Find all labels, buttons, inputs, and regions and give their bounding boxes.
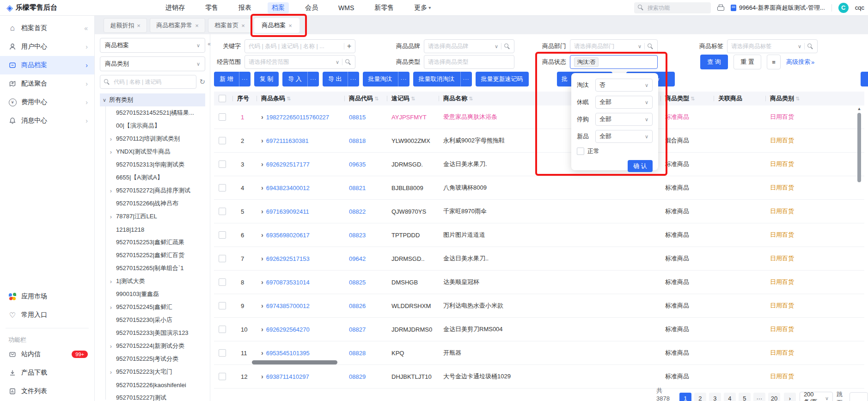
more-options-icon[interactable]: ··· xyxy=(307,72,319,86)
more-options-icon[interactable]: ··· xyxy=(348,72,359,86)
scroll-up-icon[interactable]: ▲ xyxy=(857,106,862,111)
expand-row-icon[interactable]: › xyxy=(261,208,263,215)
barcode-link[interactable]: 6970873531014 xyxy=(266,279,310,286)
barcode-link[interactable]: 1982722650115760227 xyxy=(266,114,329,121)
tree-item[interactable]: › 9900103|董鑫磊 xyxy=(104,288,205,301)
nav-item[interactable]: 报表 xyxy=(234,2,256,13)
barcode-link[interactable]: 6926292517177 xyxy=(266,161,310,168)
col-header-type[interactable]: 商品类型 xyxy=(665,94,689,103)
nav-item[interactable]: 会员 xyxy=(301,2,322,13)
row-checkbox[interactable] xyxy=(219,373,226,380)
search-icon[interactable] xyxy=(504,43,510,49)
sidebar-item-delivery[interactable]: 配送聚合 › xyxy=(0,74,94,93)
code-link[interactable]: 08828 xyxy=(349,350,366,357)
tab-archive-home[interactable]: 档案首页 × xyxy=(208,18,251,33)
tree-item[interactable]: › 95270152224|新测试分类 xyxy=(104,339,205,352)
sidebar-item-product-download[interactable]: 产品下载 xyxy=(0,364,94,382)
more-options-icon[interactable]: ··· xyxy=(398,72,410,86)
table-row[interactable]: 12 › 6938711410297 08829 DHJBKTLJT10 大号金… xyxy=(214,365,864,389)
status-input[interactable]: 淘汰:否 xyxy=(570,55,658,69)
expand-icon[interactable]: › xyxy=(108,304,114,311)
sort-icon[interactable]: ⇅ xyxy=(795,96,800,102)
table-row[interactable]: 4 › 6943823400012 08821 BJBLB8009 八角玻璃杯8… xyxy=(214,176,864,200)
next-page-button[interactable]: › xyxy=(784,393,796,401)
col-header-category[interactable]: 商品类别 xyxy=(770,94,794,103)
confirm-button[interactable]: 确 认 xyxy=(628,160,653,172)
expand-row-icon[interactable]: › xyxy=(261,278,263,286)
scope-select[interactable]: 请选择经营范围 ∨ xyxy=(245,55,355,69)
table-row[interactable]: 10 › 6926292564270 08827 JDRMJDRMS0 金达日美… xyxy=(214,318,864,341)
tree-item[interactable]: › 95270152233|美国演示123 xyxy=(104,327,205,339)
display-settings-button[interactable]: ≡ xyxy=(767,55,781,69)
more-options-icon[interactable]: ··· xyxy=(239,72,251,86)
tree-item[interactable]: › 95270152227|测试 xyxy=(104,391,205,401)
expand-row-icon[interactable]: › xyxy=(261,113,263,121)
barcode-link[interactable]: 6935698020617 xyxy=(266,232,310,239)
barcode-link[interactable]: 6953545101395 xyxy=(266,350,310,357)
expand-icon[interactable]: › xyxy=(108,343,114,350)
code-link[interactable]: 08829 xyxy=(349,373,366,380)
global-search-input[interactable] xyxy=(647,4,699,12)
barcode-link[interactable]: 6926292517153 xyxy=(266,255,310,262)
tree-item[interactable]: › 00|【演示商品】 xyxy=(104,119,205,132)
expand-row-icon[interactable]: › xyxy=(261,255,263,262)
tree-item[interactable]: › 95270112|培训测试类别 xyxy=(104,132,205,145)
sort-icon[interactable]: ⇅ xyxy=(411,96,415,102)
tree-item[interactable]: › 9527015231452521|橘猫果... xyxy=(104,106,205,119)
toolbar-button[interactable]: 复 制 xyxy=(254,72,279,86)
barcode-link[interactable]: 6938711410297 xyxy=(266,373,309,380)
expand-icon[interactable]: › xyxy=(108,278,114,285)
tree-item[interactable]: › 95270152253|鑫鲜汇蔬果 xyxy=(104,236,205,249)
open-caret-icon[interactable]: ∨ xyxy=(103,97,106,103)
sidebar-item-user-center[interactable]: 用户中心 › xyxy=(0,37,94,56)
row-checkbox[interactable] xyxy=(219,137,226,144)
expand-row-icon[interactable]: › xyxy=(261,349,263,357)
category-mode-select[interactable]: 商品类别 ∨ xyxy=(100,56,205,71)
table-row[interactable]: 2 › 6972111630381 08818 YLW9002ZMX 永利威90… xyxy=(214,129,864,153)
code-link[interactable]: 08815 xyxy=(349,114,366,121)
sidebar-item-favorites[interactable]: ♡ 常用入口 xyxy=(0,306,94,324)
col-header-barcode[interactable]: 商品条码 xyxy=(261,94,285,103)
expand-row-icon[interactable]: › xyxy=(261,160,263,168)
normal-checkbox[interactable] xyxy=(577,148,584,155)
tree-item[interactable]: › 95270152252|鑫鲜汇百货 xyxy=(104,249,205,262)
code-link[interactable]: 08822 xyxy=(349,208,366,215)
row-checkbox[interactable] xyxy=(219,302,226,309)
sort-icon[interactable]: ⇅ xyxy=(374,96,379,102)
table-row[interactable]: 1 › 1982722650115760227 08815 AYJPSFMYT … xyxy=(214,105,864,129)
query-button[interactable]: 查 询 xyxy=(700,55,728,69)
jump-page-input[interactable] xyxy=(850,392,868,401)
nav-item[interactable]: 进销存 xyxy=(161,2,189,13)
table-row[interactable]: 6 › 6935698020617 08823 TPTPDDD 图片图片道道道 … xyxy=(214,223,864,247)
search-icon[interactable] xyxy=(345,59,351,65)
expand-icon[interactable]: › xyxy=(108,369,114,376)
row-checkbox[interactable] xyxy=(219,231,226,239)
close-icon[interactable]: × xyxy=(288,22,292,29)
expand-row-icon[interactable]: › xyxy=(261,302,263,309)
more-options-icon[interactable]: ··· xyxy=(460,72,472,86)
sort-icon[interactable]: ⇅ xyxy=(469,96,473,102)
page-button[interactable]: 1 xyxy=(679,393,691,401)
expand-row-icon[interactable]: › xyxy=(261,137,263,144)
col-header-name[interactable]: 商品名称 xyxy=(443,94,467,103)
tree-item[interactable]: › 1|测试大类 xyxy=(104,275,205,288)
toolbar-button[interactable]: 批量更新速记码 xyxy=(476,72,529,86)
sort-icon[interactable]: ⇅ xyxy=(287,96,291,102)
archive-type-select[interactable]: 商品档案 ∨ xyxy=(100,38,205,53)
expand-icon[interactable]: › xyxy=(108,136,114,142)
row-checkbox[interactable] xyxy=(219,326,226,333)
row-checkbox[interactable] xyxy=(219,278,226,286)
row-checkbox[interactable] xyxy=(219,349,226,357)
code-link[interactable]: 08825 xyxy=(349,279,366,286)
barcode-link[interactable]: 6943823400012 xyxy=(266,185,310,191)
category-search[interactable] xyxy=(100,75,196,89)
sidebar-item-app-market[interactable]: 应用市场 xyxy=(0,287,94,306)
search-icon[interactable] xyxy=(648,43,654,49)
sidebar-item-file-list[interactable]: 文件列表 xyxy=(0,382,94,401)
code-link[interactable]: 09635 xyxy=(349,161,366,168)
status-tag[interactable]: 淘汰:否 xyxy=(574,57,599,67)
tree-item[interactable]: › 95270152225|考试分类 xyxy=(104,352,205,365)
tree-item[interactable]: › 6655|【A测试A】 xyxy=(104,171,205,184)
collapse-sidebar-icon[interactable]: « xyxy=(84,25,88,32)
page-button[interactable]: 4 xyxy=(724,393,736,401)
